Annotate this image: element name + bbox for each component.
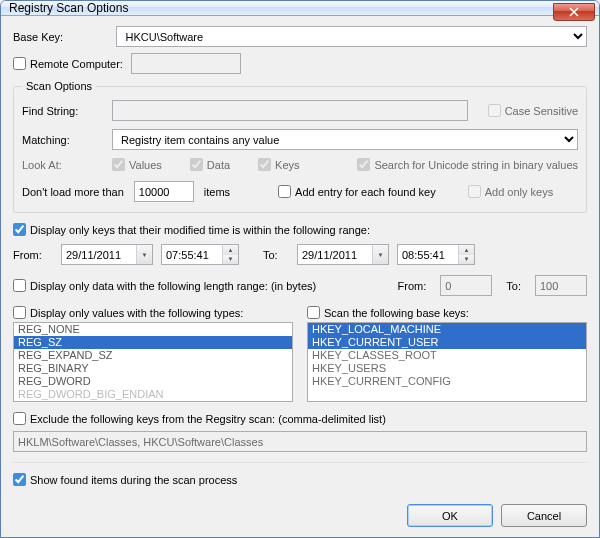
to-label: To: [263, 249, 289, 261]
list-item[interactable]: HKEY_LOCAL_MACHINE [308, 323, 586, 336]
length-from-input [440, 275, 492, 296]
list-item[interactable]: REG_BINARY [14, 362, 292, 375]
lookat-data-checkbox: Data [190, 158, 230, 171]
base-key-label: Base Key: [13, 31, 86, 43]
find-string-input [112, 100, 468, 121]
base-keys-checkbox[interactable]: Scan the following base keys: [307, 306, 587, 319]
value-types-checkbox[interactable]: Display only values with the following t… [13, 306, 293, 319]
dont-load-label: Don't load more than [22, 186, 124, 198]
from-label: From: [13, 249, 53, 261]
lookat-keys-checkbox: Keys [258, 158, 299, 171]
lookat-values-checkbox: Values [112, 158, 162, 171]
list-item[interactable]: REG_NONE [14, 323, 292, 336]
list-item[interactable]: HKEY_USERS [308, 362, 586, 375]
list-item[interactable]: REG_DWORD_BIG_ENDIAN [14, 388, 292, 401]
length-to-input [535, 275, 587, 296]
show-found-checkbox[interactable]: Show found items during the scan process [13, 473, 237, 486]
matching-label: Matching: [22, 134, 112, 146]
matching-select[interactable]: Registry item contains any value [112, 129, 578, 150]
close-button[interactable] [553, 3, 595, 21]
scan-options-group: Scan Options Find String: Case Sensitive… [13, 80, 587, 213]
look-at-label: Look At: [22, 159, 112, 171]
case-sensitive-checkbox: Case Sensitive [488, 104, 578, 117]
close-icon [569, 7, 579, 17]
registry-scan-options-dialog: Registry Scan Options Base Key: HKCU\Sof… [0, 0, 600, 538]
chevron-down-icon[interactable]: ▼ [136, 245, 152, 264]
ok-button[interactable]: OK [407, 504, 493, 527]
window-title: Registry Scan Options [9, 1, 128, 15]
search-unicode-checkbox: Search for Unicode string in binary valu… [357, 158, 578, 171]
dont-load-suffix: items [204, 186, 230, 198]
find-string-label: Find String: [22, 105, 112, 117]
chevron-down-icon[interactable]: ▼ [372, 245, 388, 264]
length-to-label: To: [506, 280, 521, 292]
spinner-down-icon[interactable]: ▼ [459, 255, 474, 265]
list-item[interactable]: HKEY_CURRENT_CONFIG [308, 375, 586, 388]
spinner-down-icon[interactable]: ▼ [223, 255, 238, 265]
exclude-checkbox[interactable]: Exclude the following keys from the Regs… [13, 412, 386, 425]
remote-computer-checkbox[interactable]: Remote Computer: [13, 57, 123, 70]
list-item[interactable]: REG_DWORD [14, 375, 292, 388]
remote-computer-input [131, 53, 241, 74]
list-item[interactable]: REG_EXPAND_SZ [14, 349, 292, 362]
length-from-label: From: [398, 280, 427, 292]
modified-range-checkbox[interactable]: Display only keys that their modified ti… [13, 223, 370, 236]
titlebar[interactable]: Registry Scan Options [1, 1, 599, 16]
value-types-listbox[interactable]: REG_NONEREG_SZREG_EXPAND_SZREG_BINARYREG… [13, 322, 293, 402]
scan-options-legend: Scan Options [22, 80, 96, 92]
list-item[interactable]: HKEY_CLASSES_ROOT [308, 349, 586, 362]
list-item[interactable]: HKEY_CURRENT_USER [308, 336, 586, 349]
base-key-select[interactable]: HKCU\Software [116, 26, 587, 47]
to-time-input[interactable]: ▲▼ [397, 244, 475, 265]
add-entry-checkbox[interactable]: Add entry for each found key [278, 185, 436, 198]
spinner-up-icon[interactable]: ▲ [223, 245, 238, 255]
length-range-checkbox[interactable]: Display only data with the following len… [13, 279, 316, 292]
cancel-button[interactable]: Cancel [501, 504, 587, 527]
to-date-input[interactable]: ▼ [297, 244, 389, 265]
dont-load-input[interactable] [134, 181, 194, 202]
list-item[interactable]: REG_SZ [14, 336, 292, 349]
spinner-up-icon[interactable]: ▲ [459, 245, 474, 255]
exclude-input [13, 431, 587, 452]
from-time-input[interactable]: ▲▼ [161, 244, 239, 265]
base-keys-listbox[interactable]: HKEY_LOCAL_MACHINEHKEY_CURRENT_USERHKEY_… [307, 322, 587, 402]
add-only-keys-checkbox: Add only keys [468, 185, 553, 198]
from-date-input[interactable]: ▼ [61, 244, 153, 265]
